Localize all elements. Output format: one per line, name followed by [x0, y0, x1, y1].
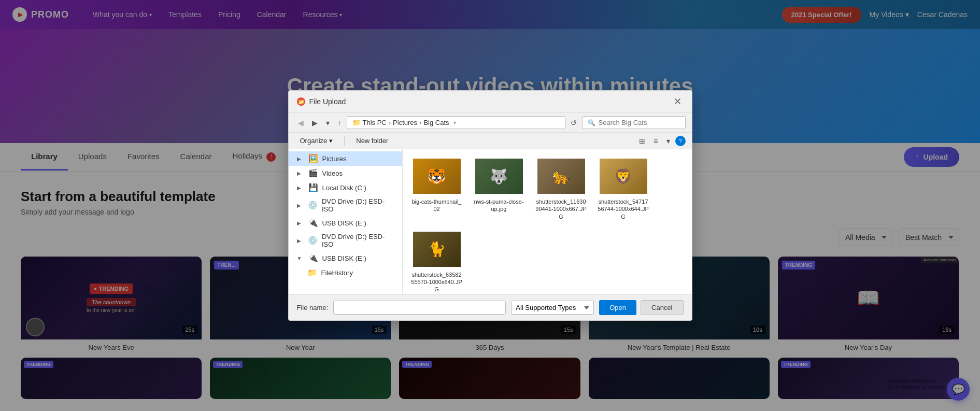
sidebar-expand-icon: ▶	[297, 185, 304, 191]
sidebar-expand-icon: ▶	[297, 220, 304, 226]
refresh-button[interactable]: ↺	[567, 117, 580, 129]
file-upload-dialog: File Upload ✕ ◀ ▶ ▾ ↑ 📁 This PC › Pictur…	[288, 90, 692, 321]
local-disk-icon: 💾	[308, 183, 318, 192]
dialog-close-button[interactable]: ✕	[672, 96, 684, 107]
dialog-files-area: 🐯 big-cats-thumbnail_02 🐺 nws-st-puma-cl…	[403, 149, 692, 294]
file-thumb-cheetah: 🐆	[536, 158, 586, 195]
sidebar-item-videos[interactable]: ▶ 🎬 Videos	[289, 166, 402, 180]
breadcrumb-arrow-2: ›	[419, 119, 421, 126]
file-thumb-tiger: 🐯	[412, 158, 462, 195]
sidebar-expand-icon: ▶	[297, 156, 304, 162]
file-name-tiger: big-cats-thumbnail_02	[411, 198, 463, 213]
dialog-title: File Upload	[309, 97, 672, 106]
search-box: 🔍	[582, 116, 686, 129]
sidebar-item-dvd-drive-2[interactable]: ▶ 💿 DVD Drive (D:) ESD-ISO	[289, 230, 402, 251]
file-thumb-puma: 🐺	[474, 158, 524, 195]
sidebar-item-local-disk[interactable]: ▶ 💾 Local Disk (C:)	[289, 180, 402, 195]
dialog-overlay: File Upload ✕ ◀ ▶ ▾ ↑ 📁 This PC › Pictur…	[0, 0, 980, 411]
forward-button[interactable]: ▶	[309, 117, 321, 129]
breadcrumb-this-pc: This PC	[363, 119, 387, 126]
file-name-label: File name:	[297, 304, 329, 311]
open-button[interactable]: Open	[599, 300, 636, 315]
file-name-leopard: shutterstock_6358255570-1000x640.JPG	[411, 271, 463, 293]
help-button[interactable]: ?	[675, 136, 686, 146]
file-item-tiger[interactable]: 🐯 big-cats-thumbnail_02	[411, 158, 463, 220]
sidebar-item-usb-disk-1[interactable]: ▶ 🔌 USB DISK (E:)	[289, 216, 402, 230]
search-input[interactable]	[599, 119, 671, 126]
breadcrumb-bigcats: Big Cats	[423, 119, 449, 126]
breadcrumb-pictures: Pictures	[393, 119, 417, 126]
back-button[interactable]: ◀	[295, 117, 307, 129]
pictures-folder-icon: 🖼️	[308, 154, 318, 163]
file-item-cheetah[interactable]: 🐆 shutterstock_1163090441-1000x667.JPG	[535, 158, 587, 220]
file-thumb-lion: 🦁	[599, 158, 648, 195]
dialog-body: ▶ 🖼️ Pictures ▶ 🎬 Videos ▶ 💾 Local Disk …	[289, 149, 692, 294]
sidebar-expand-icon: ▶	[297, 203, 304, 208]
dialog-nav-bar: ◀ ▶ ▾ ↑ 📁 This PC › Pictures › Big Cats …	[289, 113, 692, 133]
file-item-lion[interactable]: 🦁 shutterstock_5471756744-1000x644.JPG	[598, 158, 649, 220]
dialog-folder-icon	[297, 97, 305, 106]
usb-disk-icon: 🔌	[308, 218, 318, 228]
view-details-button[interactable]: ≡	[650, 135, 661, 147]
breadcrumb-folder-icon: 📁	[352, 119, 361, 126]
recent-button[interactable]: ▾	[323, 117, 333, 129]
sidebar-item-filehistory[interactable]: 📁 FileHistory	[289, 265, 402, 280]
file-item-puma[interactable]: 🐺 nws-st-puma-close-up.jpg	[473, 158, 525, 220]
toolbar-right: ⊞ ≡ ▾ ?	[636, 135, 685, 147]
new-folder-button[interactable]: New folder	[351, 135, 393, 147]
file-name-puma: nws-st-puma-close-up.jpg	[473, 198, 525, 213]
dialog-footer: File name: All Supported Types Open Canc…	[289, 294, 692, 320]
up-button[interactable]: ↑	[335, 117, 345, 129]
sidebar-expand-icon: ▼	[297, 256, 304, 261]
file-thumb-leopard: 🐈	[412, 231, 462, 268]
file-name-lion: shutterstock_5471756744-1000x644.JPG	[598, 198, 649, 220]
dvd-drive-icon: 💿	[308, 201, 318, 210]
breadcrumb-arrow-1: ›	[389, 119, 391, 126]
dialog-toolbar: Organize ▾ New folder ⊞ ≡ ▾ ?	[289, 133, 692, 149]
organize-button[interactable]: Organize ▾	[295, 135, 338, 147]
sidebar-item-dvd-drive-1[interactable]: ▶ 💿 DVD Drive (D:) ESD-ISO	[289, 195, 402, 216]
sidebar-item-pictures[interactable]: ▶ 🖼️ Pictures	[289, 151, 402, 166]
search-icon: 🔍	[588, 119, 595, 126]
dialog-sidebar: ▶ 🖼️ Pictures ▶ 🎬 Videos ▶ 💾 Local Disk …	[289, 149, 403, 294]
filehistory-folder-icon: 📁	[307, 268, 317, 277]
footer-buttons: Open Cancel	[599, 300, 683, 315]
dvd-drive-icon-2: 💿	[308, 236, 318, 245]
file-item-leopard[interactable]: 🐈 shutterstock_6358255570-1000x640.JPG	[411, 231, 463, 293]
breadcrumb[interactable]: 📁 This PC › Pictures › Big Cats ▾	[347, 116, 565, 129]
videos-folder-icon: 🎬	[308, 168, 318, 178]
view-toggle-button[interactable]: ⊞	[636, 135, 648, 147]
breadcrumb-dropdown-icon: ▾	[453, 120, 456, 125]
toolbar-separator	[344, 136, 345, 146]
file-name-cheetah: shutterstock_1163090441-1000x667.JPG	[535, 198, 587, 220]
view-list-button[interactable]: ▾	[663, 135, 673, 147]
dialog-title-bar: File Upload ✕	[289, 91, 692, 113]
sidebar-item-usb-disk-2[interactable]: ▼ 🔌 USB DISK (E:)	[289, 251, 402, 265]
file-name-input[interactable]	[333, 301, 506, 315]
sidebar-expand-icon: ▶	[297, 238, 304, 244]
file-type-select[interactable]: All Supported Types	[511, 301, 594, 315]
sidebar-expand-icon: ▶	[297, 171, 304, 176]
chevron-down-icon: ▾	[329, 137, 333, 145]
cancel-button[interactable]: Cancel	[641, 300, 683, 315]
usb-disk-icon-2: 🔌	[308, 253, 318, 263]
